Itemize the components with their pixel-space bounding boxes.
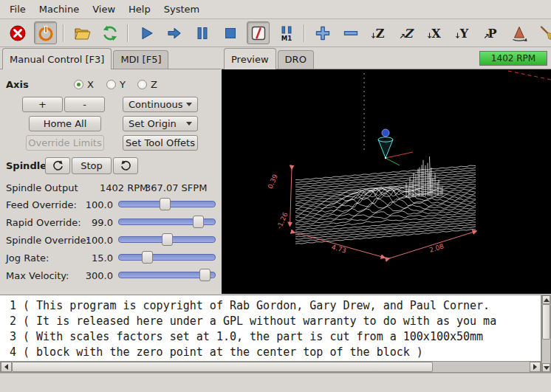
view-z-button[interactable]: Z <box>367 21 390 44</box>
stop-button[interactable] <box>219 21 242 44</box>
menu-help[interactable]: Help <box>122 1 157 18</box>
view-y-button[interactable]: Y <box>451 21 474 44</box>
arrow-up-icon <box>544 298 550 302</box>
horizontal-scrollbar[interactable] <box>0 361 541 373</box>
pause-button[interactable] <box>191 21 213 44</box>
svg-text:Z: Z <box>375 27 384 41</box>
toolbar-separator <box>304 24 305 42</box>
spindle-forward-button[interactable] <box>113 157 138 174</box>
max-velocity-label: Max Velocity: <box>6 270 69 281</box>
dimension-label: 0.39 <box>267 173 279 190</box>
view-p-button[interactable]: P <box>479 21 502 44</box>
gcode-line[interactable]: 4 ( block with the zero point at the cen… <box>0 344 541 360</box>
feed-override-slider[interactable] <box>118 198 216 210</box>
slider-handle[interactable] <box>142 251 153 264</box>
axis-radio-z[interactable]: Z <box>137 79 157 90</box>
menu-machine[interactable]: Machine <box>32 1 86 18</box>
step-button[interactable] <box>162 21 185 44</box>
home-all-button[interactable]: Home All <box>29 116 101 131</box>
spindle-forward-icon <box>120 159 132 172</box>
machine-power-button[interactable] <box>34 21 57 44</box>
scroll-right-button[interactable] <box>530 362 541 372</box>
zoom-out-icon <box>342 24 360 42</box>
scroll-down-button[interactable] <box>542 363 550 372</box>
dimension-line-z <box>290 169 292 226</box>
rapid-override-slider[interactable] <box>118 216 216 228</box>
gcode-line[interactable]: 2 ( It is released here under a GPL with… <box>0 313 541 329</box>
gcode-line-text: ( With scales factors set at 1.0, the pa… <box>23 330 483 343</box>
axis-x-label: X <box>87 79 94 90</box>
axis-radio-y[interactable]: Y <box>106 79 126 90</box>
menu-system[interactable]: System <box>157 1 206 18</box>
slider-handle[interactable] <box>199 269 211 281</box>
preview-canvas[interactable]: 0.39 -1.26 4.73 2.08 <box>222 69 551 294</box>
optional-pause-toggle[interactable]: M1 <box>275 21 298 44</box>
spindle-override-slider[interactable] <box>118 233 216 246</box>
jog-rate-slider[interactable] <box>118 251 216 264</box>
origin-dot <box>385 157 386 159</box>
axis-label: Axis <box>6 79 29 90</box>
spindle-reverse-button[interactable] <box>45 157 70 174</box>
view-x-button[interactable]: X <box>423 21 446 44</box>
horizontal-scrollbar-thumb[interactable] <box>12 362 433 372</box>
zoom-in-button[interactable] <box>311 21 334 44</box>
svg-text:Z: Z <box>403 27 414 41</box>
gcode-listing[interactable]: 1 ( This program is copyright of Rab Gor… <box>0 295 541 361</box>
step-icon <box>165 24 183 42</box>
reload-button[interactable] <box>98 21 121 44</box>
tool-cone-icon <box>378 140 393 158</box>
gcode-line-number: 2 <box>0 314 16 328</box>
skip-lines-toggle[interactable] <box>247 21 270 44</box>
estop-icon <box>9 24 27 42</box>
left-tabbar: Manual Control [F3] MDI [F5] <box>0 47 221 69</box>
reload-icon <box>101 24 119 42</box>
menu-view[interactable]: View <box>86 1 122 18</box>
spindle-stop-button[interactable]: Stop <box>72 157 112 174</box>
vertical-scrollbar[interactable] <box>541 295 551 373</box>
estop-button[interactable] <box>6 21 29 44</box>
tab-dro[interactable]: DRO <box>278 50 314 69</box>
gcode-line[interactable]: 1 ( This program is copyright of Rab Gor… <box>0 298 541 313</box>
slider-track[interactable] <box>118 254 216 261</box>
open-file-button[interactable] <box>70 21 93 44</box>
chevron-down-icon <box>186 122 192 125</box>
max-velocity-slider[interactable] <box>118 269 216 281</box>
clear-plot-button[interactable] <box>535 21 551 44</box>
view-z-rot-button[interactable]: Z <box>395 21 418 44</box>
scroll-left-button[interactable] <box>1 362 12 372</box>
manual-control-panel: Manual Control [F3] MDI [F5] Axis X Y Z … <box>0 47 221 294</box>
zoom-out-button[interactable] <box>339 21 362 44</box>
x-axis-indicator <box>386 152 413 158</box>
run-button[interactable] <box>134 21 157 44</box>
rotate-view-button[interactable] <box>507 21 530 44</box>
override-limits-button[interactable]: Override Limits <box>26 135 104 151</box>
slider-handle[interactable] <box>162 233 173 246</box>
toolpath-lines <box>295 165 476 244</box>
scroll-up-button[interactable] <box>542 295 550 304</box>
vertical-scrollbar-thumb[interactable] <box>542 304 550 340</box>
rotate-view-icon <box>510 24 528 42</box>
radio-icon <box>74 80 83 89</box>
tab-mdi[interactable]: MDI [F5] <box>113 50 168 69</box>
jog-minus-button[interactable]: - <box>64 97 105 112</box>
toolpath-plot: 0.39 -1.26 4.73 2.08 <box>222 69 551 294</box>
menu-file[interactable]: File <box>3 1 32 18</box>
axis-radio-x[interactable]: X <box>74 79 94 90</box>
spindle-override-value: 100.0 <box>70 235 113 246</box>
dimension-label: 2.08 <box>428 242 445 254</box>
radio-icon <box>106 80 116 89</box>
set-tool-offsets-button[interactable]: Set Tool Offets <box>123 135 198 151</box>
jog-mode-select[interactable]: Continuous <box>123 97 198 112</box>
jog-plus-button[interactable]: + <box>22 97 63 112</box>
tab-manual-control[interactable]: Manual Control [F3] <box>2 48 112 69</box>
slider-handle[interactable] <box>160 198 171 210</box>
gcode-line-text: ( block with the zero point at the cente… <box>23 345 423 359</box>
zoom-in-icon <box>314 24 332 42</box>
dimension-label: -1.26 <box>276 211 290 230</box>
tab-preview[interactable]: Preview <box>224 48 276 69</box>
axis-z-label: Z <box>151 79 157 90</box>
slider-handle[interactable] <box>193 216 204 228</box>
set-origin-button[interactable]: Set Origin <box>123 116 198 131</box>
machine-power-icon <box>37 24 55 42</box>
gcode-line[interactable]: 3 ( With scales factors set at 1.0, the … <box>0 329 541 344</box>
